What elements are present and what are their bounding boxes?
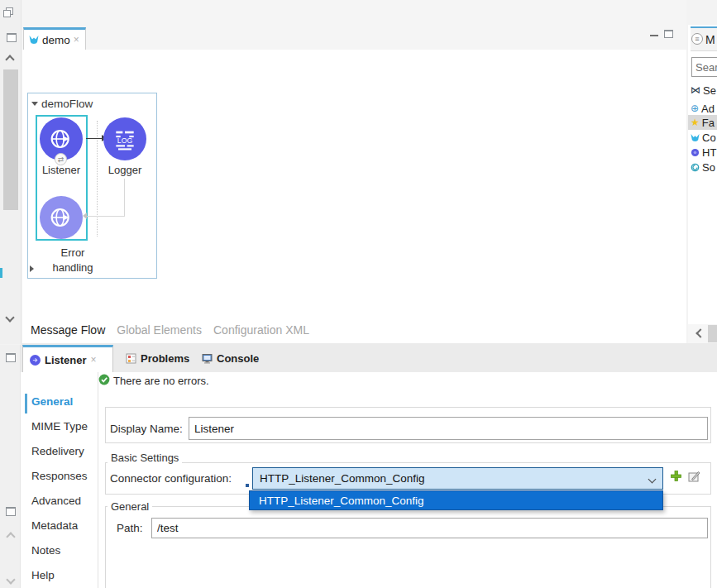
mule-file-icon [29,35,39,45]
logger-node[interactable]: LOG [103,117,146,160]
exchange-icon: ⋈ [691,85,700,95]
response-connector-line [124,179,125,216]
listener-tab-icon [30,355,41,366]
expand-error-handling-icon[interactable] [30,265,34,272]
star-icon: ★ [691,117,700,127]
no-errors-check-icon [98,374,110,385]
bottom-left-strip [0,345,21,588]
maximize-pane-icon[interactable] [6,353,16,362]
nav-item-redelivery[interactable]: Redelivery [31,445,94,461]
connector-config-dropdown: HTTP_Listener_Common_Config [249,490,663,510]
palette-item-http[interactable]: HT [688,145,717,160]
nav-item-general[interactable]: General [31,395,94,412]
flow-title: demoFlow [41,98,93,110]
restore-pane-icon[interactable] [3,7,14,18]
vertical-scrollbar-thumb[interactable] [3,69,18,210]
palette-item-core[interactable]: Co [688,130,717,145]
connector-config-value: HTTP_Listener_Common_Config [260,472,425,485]
close-icon[interactable]: × [74,36,79,44]
left-toolbar-strip [0,0,22,344]
error-handling-label: Error handling [40,246,106,275]
collapse-flow-icon[interactable] [31,102,38,106]
svg-text:LOG: LOG [117,136,133,145]
tab-demo[interactable]: demo × [23,27,86,50]
http-globe-icon [48,126,74,152]
palette-item-add-modules[interactable]: ⊕ Ad [688,101,717,116]
tab-console[interactable]: Console [202,345,259,372]
nav-item-advanced[interactable]: Advanced [31,495,94,511]
chevron-down-icon [648,476,657,484]
listener-node-label: Listener [32,164,90,176]
nav-item-notes[interactable]: Notes [31,544,94,561]
nav-item-help[interactable]: Help [31,569,94,586]
close-icon[interactable]: × [91,356,97,364]
tab-listener-label: Listener [45,354,87,366]
h-scrollbar-thumb[interactable] [708,325,717,342]
dropdown-option-http-listener-common-config[interactable]: HTTP_Listener_Common_Config [259,495,424,507]
palette-title: M [705,33,715,46]
anypoint-studio-window: demo × demoFlow ⇄ Listener LOG Lo [0,0,717,588]
add-icon: ⊕ [691,103,699,113]
tab-demo-label: demo [42,34,70,46]
response-connector-line [87,216,125,217]
nav-item-metadata[interactable]: Metadata [31,519,94,536]
add-config-button[interactable] [670,470,682,482]
http-globe-icon [48,204,74,231]
field-decoration-dot [246,484,249,487]
editor-tabbar [22,0,686,50]
palette-item-search-exchange[interactable]: ⋈ Se [688,83,717,98]
connector-config-label: Connector configuration: [110,472,232,485]
display-name-input[interactable] [189,417,708,440]
path-input[interactable] [151,518,708,538]
console-icon [202,353,213,364]
minimized-view-sliver[interactable] [0,268,2,278]
nav-selection-bar [25,394,27,414]
tab-listener[interactable]: Listener × [22,345,113,372]
palette-item-favorites[interactable]: ★ Fa [688,115,717,130]
scroll-down-icon[interactable] [6,575,15,584]
logger-icon: LOG [112,126,138,152]
scroll-up-icon[interactable] [5,55,14,64]
tab-problems[interactable]: Problems [126,345,189,372]
status-message: There are no errors. [113,375,209,387]
mule-palette: ≡ M ⋈ Se ⊕ Ad ★ Fa Co HT So [688,25,717,324]
flow-arrow [86,138,103,139]
mule-icon [691,133,700,142]
http-icon [691,148,700,157]
edit-icon [688,471,700,482]
logger-node-label: Logger [96,164,154,176]
scroll-down-icon[interactable] [5,313,14,322]
display-name-label: Display Name: [110,423,183,435]
basic-settings-title: Basic Settings [108,452,182,464]
plus-icon [670,470,682,482]
maximize-pane-icon[interactable] [7,33,17,42]
connector-config-combobox[interactable]: HTTP_Listener_Common_Config [252,467,663,490]
tab-configuration-xml[interactable]: Configuration XML [213,323,309,337]
sockets-icon [691,163,700,172]
editor-view-tabs: Message Flow Global Elements Configurati… [31,323,309,337]
general-group-title: General [108,500,152,513]
palette-item-sockets[interactable]: So [688,160,717,174]
problems-icon [126,353,136,364]
response-arrowhead-icon [83,213,87,219]
nav-divider [98,372,98,588]
path-label: Path: [117,522,143,534]
view-menu-icon[interactable]: ≡ [691,33,703,45]
palette-search-input[interactable] [691,57,717,77]
maximize-pane-icon[interactable] [6,507,16,516]
minimize-view-icon[interactable] [650,35,658,36]
scroll-up-icon[interactable] [6,532,15,541]
maximize-view-icon[interactable] [664,30,673,38]
edit-config-button[interactable] [688,471,700,482]
nav-item-responses[interactable]: Responses [31,470,94,486]
listener-response-node[interactable] [40,196,83,239]
tab-global-elements[interactable]: Global Elements [117,323,202,337]
tab-message-flow[interactable]: Message Flow [31,323,105,337]
nav-item-mime-type[interactable]: MIME Type [31,420,94,437]
palette-accent-line [691,26,717,28]
